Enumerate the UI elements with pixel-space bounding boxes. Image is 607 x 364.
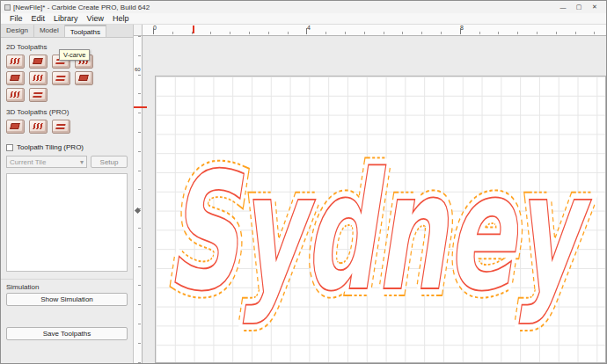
menu-library[interactable]: Library [49,14,83,23]
canvas-area[interactable]: 0 4 8 60 Sydney Sydney Sydney [134,25,606,363]
setup-button[interactable]: Setup [91,156,128,168]
chevron-down-icon: ▾ [80,158,84,166]
simulation-label: Simulation [6,283,128,291]
tab-toolpaths[interactable]: Toolpaths [65,25,106,37]
current-tile-dropdown[interactable]: Current Tile ▾ [6,156,87,168]
toolpath-3d-contour-icon[interactable] [52,120,70,134]
close-button[interactable]: ✕ [587,2,603,13]
v-carve-tooltip: V-carve [59,49,90,61]
ruler-label-60: 60 [135,67,141,72]
ruler-label-0: 0 [153,25,157,31]
3d-toolpath-grid [6,120,128,134]
menu-help[interactable]: Help [108,14,134,23]
menu-file[interactable]: File [5,14,27,23]
sydney-design-object[interactable]: Sydney Sydney Sydney [166,137,592,327]
toolpath-3d-rough-icon[interactable] [6,120,25,134]
toolpath-drill-icon[interactable] [6,88,25,102]
toolpath-tiling-checkbox[interactable] [6,144,13,151]
divider [1,279,133,280]
toolpath-rest-machining-icon[interactable] [75,71,93,85]
design-canvas: Sydney Sydney Sydney [143,36,606,363]
ruler-label-8: 8 [460,25,464,31]
design-text-contour: Sydney [166,137,592,327]
sidebar: Design Model Toolpaths 2D Toolpaths [1,25,134,363]
toolpath-texture-icon[interactable] [29,71,48,85]
tab-design[interactable]: Design [1,25,34,37]
ruler-label-4: 4 [307,25,311,31]
x-origin-marker [193,25,194,33]
show-simulation-button[interactable]: Show Simulation [6,293,128,306]
save-toolpaths-button[interactable]: Save Toolpaths [6,327,128,340]
menu-bar: File Edit Library View Help [1,13,606,25]
3d-toolpaths-title: 3D Toolpaths (PRO) [6,108,128,116]
y-origin-marker [134,106,147,108]
window-title: [NewFile]* - Carbide Create PRO, Build 6… [13,4,555,11]
vertical-ruler: 60 [134,36,143,363]
maximize-button[interactable]: ▢ [571,2,587,13]
toolpath-keyhole-icon[interactable] [29,88,48,102]
toolpath-tiling-label: Toolpath Tiling (PRO) [17,143,84,151]
ruler-corner [134,25,143,36]
toolpath-tiling-row: Toolpath Tiling (PRO) [6,143,128,151]
menu-view[interactable]: View [83,14,108,23]
current-tile-value: Current Tile [10,158,46,166]
toolpath-engrave-icon[interactable] [6,71,25,85]
tab-model[interactable]: Model [34,25,65,37]
app-window: [NewFile]* - Carbide Create PRO, Build 6… [0,0,607,364]
minimize-button[interactable]: — [555,2,571,13]
app-icon [4,4,11,11]
title-bar: [NewFile]* - Carbide Create PRO, Build 6… [1,1,606,13]
toolpath-contour-icon[interactable] [6,55,25,69]
toolpath-list[interactable] [6,173,128,272]
current-tile-row: Current Tile ▾ Setup [6,156,128,168]
toolpath-3d-finish-icon[interactable] [29,120,48,134]
2d-toolpath-grid [6,55,128,102]
toolpaths-panel: 2D Toolpaths V-carve 3D Toolpaths (PRO) [1,38,133,363]
horizontal-ruler: 0 4 8 [143,25,606,36]
toolpath-offset-icon[interactable] [52,71,70,85]
menu-edit[interactable]: Edit [27,14,50,23]
sidebar-tabs: Design Model Toolpaths [1,25,133,38]
toolpath-pocket-icon[interactable] [29,55,48,69]
